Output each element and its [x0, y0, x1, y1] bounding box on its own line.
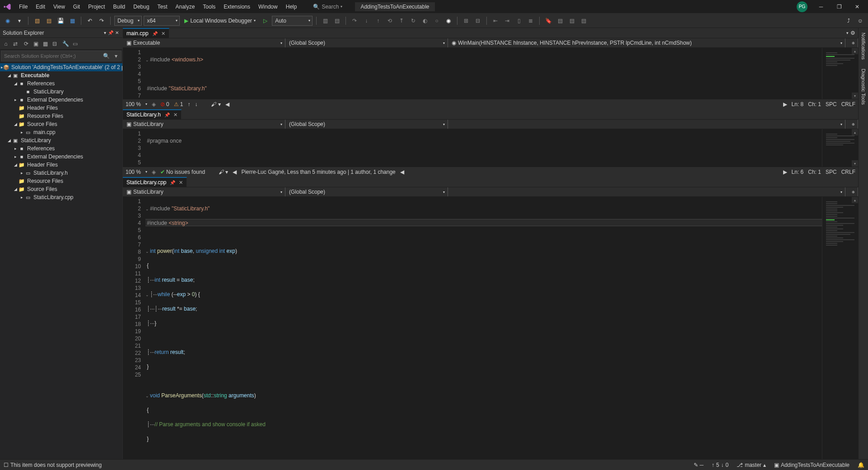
rail-notifications[interactable]: Notifications	[860, 28, 867, 64]
scroll-down-icon[interactable]: ▾	[852, 93, 858, 99]
toolbar-icon-16[interactable]: ▯	[514, 16, 524, 26]
solution-tree[interactable]: ▸📦Solution 'AddingTestsToAnExecutable' (…	[0, 62, 122, 459]
split-button[interactable]	[845, 187, 858, 196]
code-editor[interactable]: ⌄#include "StaticLibrary.h" #include <st…	[145, 197, 822, 459]
tree-item[interactable]: ▸■References	[0, 144, 122, 153]
sync-icon[interactable]: ⟳	[22, 40, 30, 48]
rail-diagnostic-tools[interactable]: Diagnostic Tools	[860, 64, 867, 109]
tree-item[interactable]: ◢▣Executable	[0, 71, 122, 79]
panel-close-icon[interactable]: ✕	[114, 30, 120, 35]
profile-avatar[interactable]: PG	[797, 1, 807, 12]
window-dropdown-icon[interactable]: ▾	[846, 31, 849, 35]
git-repo[interactable]: ▣ AddingTestsToAnExecutable	[774, 462, 849, 468]
close-icon[interactable]: ✕	[161, 31, 165, 37]
menu-debug[interactable]: Debug	[130, 2, 153, 12]
git-pending[interactable]: ✎ ─	[694, 462, 704, 468]
menu-test[interactable]: Test	[154, 2, 171, 12]
menu-build[interactable]: Build	[110, 2, 129, 12]
menu-analyze[interactable]: Analyze	[172, 2, 199, 12]
comment-icon[interactable]: ≣	[526, 16, 536, 26]
nav-scope[interactable]: (Global Scope)	[285, 120, 448, 129]
toolbar-icon-8[interactable]: ↻	[408, 16, 418, 26]
settings-icon[interactable]: ⚙	[850, 30, 855, 36]
back-button[interactable]: ◉	[3, 16, 13, 26]
tree-item[interactable]: 📁Resource Files	[0, 112, 122, 120]
tab-main-cpp[interactable]: main.cpp 📌 ✕	[123, 28, 169, 38]
tree-item[interactable]: 📁Header Files	[0, 104, 122, 112]
scroll-down-icon[interactable]: ▾	[852, 160, 858, 167]
tree-item[interactable]: ▸▭StaticLibrary.cpp	[0, 193, 122, 201]
issues-status[interactable]: ✔ No issues found	[160, 169, 205, 175]
health-icon[interactable]: ◈	[152, 101, 156, 107]
close-icon[interactable]: ✕	[173, 112, 177, 118]
tree-item[interactable]: ◢■References	[0, 79, 122, 88]
toolbar-icon-18[interactable]: ▤	[555, 16, 565, 26]
minimap[interactable]: ▴ ▾	[822, 197, 858, 459]
line-col[interactable]: Ln: 6	[792, 169, 804, 175]
pin-icon[interactable]: 📌	[164, 112, 170, 117]
minimap[interactable]: ▴ ▾	[822, 48, 858, 99]
save-all-icon[interactable]: ▦	[67, 16, 77, 26]
search-go-icon[interactable]: 🔍	[101, 51, 111, 61]
health-icon[interactable]: ◈	[152, 169, 156, 175]
config-dropdown[interactable]: Debug	[114, 16, 142, 26]
pin-icon[interactable]: 📌	[152, 31, 158, 36]
search-dropdown-icon[interactable]: ▾	[111, 51, 121, 61]
minimize-button[interactable]: ─	[812, 0, 830, 14]
tree-item[interactable]: ▸📦Solution 'AddingTestsToAnExecutable' (…	[0, 63, 122, 71]
toolbar-icon-13[interactable]: ⊟	[473, 16, 483, 26]
nav-method[interactable]	[448, 187, 845, 196]
zoom-level[interactable]: 100 %	[126, 101, 141, 107]
close-icon[interactable]: ✕	[179, 180, 183, 186]
zoom-level[interactable]: 100 %	[126, 169, 141, 175]
nav-next-icon[interactable]: ▶	[783, 101, 787, 107]
toolbar-icon-11[interactable]: ◉	[443, 16, 453, 26]
zoom-dropdown-icon[interactable]: ▾	[145, 170, 147, 174]
step-into-icon[interactable]: ↓	[361, 16, 371, 26]
feedback-icon[interactable]: ☺	[855, 16, 865, 26]
live-share-icon[interactable]: ⤴	[844, 16, 854, 26]
toolbar-icon-12[interactable]: ⊞	[461, 16, 471, 26]
tree-item[interactable]: ◢📁Header Files	[0, 161, 122, 169]
brush-icon[interactable]: 🖌 ▾	[219, 169, 228, 175]
nav-scope[interactable]: (Global Scope)	[285, 38, 448, 47]
close-button[interactable]: ✕	[848, 0, 866, 14]
indent-mode[interactable]: SPC	[826, 101, 837, 107]
search-input[interactable]	[1, 51, 101, 61]
zoom-dropdown-icon[interactable]: ▾	[145, 102, 147, 106]
tree-item[interactable]: ◢📁Source Files	[0, 185, 122, 193]
line-ending[interactable]: CRLF	[841, 169, 855, 175]
toolbar-icon-10[interactable]: ○	[432, 16, 442, 26]
toolbar-icon-9[interactable]: ◐	[420, 16, 430, 26]
menu-help[interactable]: Help	[282, 2, 301, 12]
char-col[interactable]: Ch: 1	[808, 169, 821, 175]
toolbar-icon-1[interactable]: ▥	[320, 16, 330, 26]
toolbar-icon-2[interactable]: ▤	[332, 16, 342, 26]
start-debug-button[interactable]: ▶ Local Windows Debugger ▾	[182, 18, 258, 24]
nav-prev-icon[interactable]: ◀	[233, 169, 237, 175]
code-editor[interactable]: ⌄#include <windows.h> #include "StaticLi…	[145, 48, 822, 99]
code-editor[interactable]: #pragma once #include <windows.h> int ru…	[145, 129, 822, 167]
menu-project[interactable]: Project	[84, 2, 108, 12]
indent-mode[interactable]: SPC	[826, 169, 837, 175]
home-icon[interactable]: ⌂	[2, 40, 10, 48]
undo-icon[interactable]: ↶	[85, 16, 95, 26]
redo-icon[interactable]: ↷	[97, 16, 107, 26]
toolbar-icon-15[interactable]: ⇥	[502, 16, 512, 26]
menu-edit[interactable]: Edit	[32, 2, 49, 12]
nav-class[interactable]: ▣ StaticLibrary	[123, 187, 285, 196]
split-button[interactable]	[845, 120, 858, 129]
menu-extensions[interactable]: Extensions	[220, 2, 254, 12]
save-icon[interactable]: 💾	[56, 16, 65, 26]
brush-icon[interactable]: 🖌 ▾	[211, 101, 220, 107]
tree-item[interactable]: ▸■External Dependencies	[0, 96, 122, 104]
minimap[interactable]: ▴ ▾	[822, 129, 858, 167]
start-no-debug-icon[interactable]: ▷	[260, 16, 270, 26]
notification-bell-icon[interactable]: 🔔	[858, 462, 864, 468]
collapse-icon[interactable]: ⊟	[51, 40, 59, 48]
switch-views-icon[interactable]: ⇄	[11, 40, 19, 48]
search-box[interactable]: 🔍 Search ▾	[309, 3, 346, 11]
tree-item[interactable]: 📁Resource Files	[0, 177, 122, 185]
window-dropdown-icon[interactable]: ▾	[103, 30, 107, 35]
menu-tools[interactable]: Tools	[199, 2, 219, 12]
